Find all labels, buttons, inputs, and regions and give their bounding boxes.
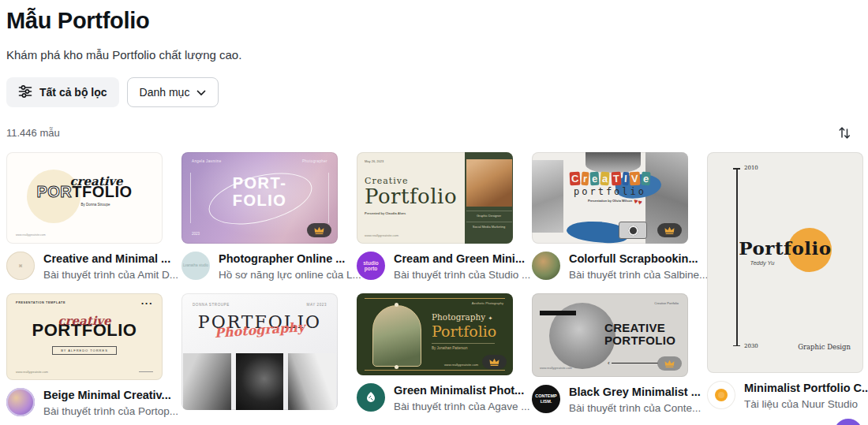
thumb-arch-photo [372,305,421,367]
thumb-byline-text: By Jonathan Patterson [432,343,495,350]
creator-avatar[interactable]: CONTEMP LISM. [532,385,560,413]
page-title: Mẫu Portfolio [6,8,862,34]
template-thumbnail-cream-green[interactable]: May 26, 2023 Creative Portfolio Presente… [357,152,513,244]
filter-bar: Tất cả bộ lọc Danh mục [6,77,862,107]
thumb-byline-text: By Donna Stroupe [28,203,163,207]
thumb-role-text: Graphic Designer [466,211,512,218]
template-title[interactable]: Green Minimalist Phot... [394,383,530,398]
template-byline: Bài thuyết trình của Agave ... [394,401,530,412]
creator-avatar[interactable] [532,252,560,280]
pro-badge [657,356,682,371]
thumb-topleft-text: Angela Jasmine [192,159,222,163]
timeline-year-top: 2010 [744,165,758,171]
thumb-main-word: CreaTIVe [532,171,688,185]
template-card-black-grey: Creative Portfolio CREATIVEPORTFOLIO ‹ w… [532,293,688,414]
thumb-label-text: PRESENTATION TEMPLATE [16,301,65,304]
photo-3 [288,353,336,410]
thumb-script-text: creative [6,314,163,328]
template-thumbnail-black-grey[interactable]: Creative Portfolio CREATIVEPORTFOLIO ‹ w… [532,293,688,377]
sun-icon [715,389,728,401]
thumb-role-text: Social Media Marketing [466,222,512,229]
thumb-url-text: www.reallygreatsite.com [16,233,46,237]
all-filters-label: Tất cả bộ lọc [39,86,107,99]
template-byline: Bài thuyết trình của Conte... [569,402,701,414]
crown-icon [489,358,499,366]
template-thumbnail-beige-minimal[interactable]: PRESENTATION TEMPLATE ... creative PORTF… [6,293,163,380]
template-byline: Bài thuyết trình của Amit D... [43,269,178,281]
sparkle-icon: ✦ [488,315,492,322]
thumb-main-word: CREATIVEPORTFOLIO [604,322,675,347]
template-thumbnail-green-minimalist[interactable]: Aesthetic Photography Photography ✦ Port… [357,293,513,375]
thumb-url-text: www.reallygreatsite.com [16,371,48,374]
thumb-topleft-text: DONNA STROUPE [193,303,230,307]
template-title[interactable]: Photographer Online ... [219,252,361,267]
photo-hand [586,152,641,173]
thumb-byline-box: BY ALFREDO TORRES [52,346,117,355]
pro-badge [307,223,331,237]
thumb-dots: ... [141,295,153,307]
creator-avatar[interactable]: Lvanatha studio [181,252,210,280]
category-dropdown[interactable]: Danh mục [127,77,219,107]
leaf-icon [365,391,377,404]
thumb-url-text: www.reallygreatsite.com [365,233,398,237]
template-title[interactable]: Black Grey Minimalist ... [569,385,701,400]
creator-avatar[interactable] [357,383,385,412]
creator-avatar[interactable]: studio porto [357,252,385,280]
template-card-portfolio-photography: DONNA STROUPE MAY 2023 PORTFOLIO Photogr… [181,293,338,410]
creator-avatar[interactable] [6,388,35,416]
thumb-byline-text: Presented by Claudia Alves [365,211,457,215]
thumb-url-text: www.reallygreatsite.com [540,367,572,370]
template-thumbnail-portfolio-photography[interactable]: DONNA STROUPE MAY 2023 PORTFOLIO Photogr… [181,293,338,410]
timeline-year-bottom: 2030 [744,343,758,349]
template-title[interactable]: Minimalist Portfolio C... [744,381,868,396]
thumb-topright-text: Photographer [302,159,327,163]
crown-icon [664,226,675,234]
thumb-main-word: Portfolio [432,322,507,340]
all-filters-button[interactable]: Tất cả bộ lọc [6,77,119,107]
thumb-byline-text: Presentation by Olivia Wilson [532,199,688,203]
thumb-footer-text: Graphic Design [798,343,851,351]
thumb-photo-strip [181,353,338,410]
thumb-small-word: Photography ✦ [432,312,507,322]
template-card-minimalist-portfolio: 2010 2030 Portfolio Teddy Yu Graphic Des… [707,152,863,410]
black-bar-decoration [540,311,576,315]
template-byline: Bài thuyết trình của Salbine... [569,269,708,281]
template-title[interactable]: Colorfull Scrapbookin... [569,252,708,267]
template-title[interactable]: Beige Minimal Creativ... [43,388,178,403]
template-byline: Hồ sơ năng lực online của L... [219,269,361,281]
template-title[interactable]: Cream and Green Mini... [394,252,530,267]
photo-2 [236,353,284,410]
thumb-main-word: PORTFOLIO [6,183,163,201]
thumb-portrait-photo [466,159,512,207]
results-bar: 11.446 mẫu [6,125,862,140]
template-card-cream-green: May 26, 2023 Creative Portfolio Presente… [357,152,513,281]
thumb-topright-text: MAY 2023 [307,303,327,307]
thumb-main-word: Portfolio [707,237,863,259]
thumb-author-name: Teddy Yu [707,259,817,267]
template-byline: Bài thuyết trình của Portop... [43,405,178,417]
results-count: 11.446 mẫu [6,127,60,139]
template-byline: Tài liệu của Nuur Studio [744,398,868,410]
filter-sliders-icon [18,84,32,101]
thumb-main-word: Portfolio [365,185,457,208]
arrow-decoration: ‹ [608,360,658,367]
crown-icon [314,226,324,234]
thumb-url-text: www.reallygreatsite.com [444,363,478,367]
template-thumbnail-minimalist-portfolio[interactable]: 2010 2030 Portfolio Teddy Yu Graphic Des… [707,152,863,373]
template-thumbnail-creative-minimal[interactable]: creative PORTFOLIO By Donna Stroupe www.… [6,152,163,244]
sort-icon[interactable] [836,125,852,140]
template-byline: Bài thuyết trình của Studio ... [394,269,530,281]
template-card-scrapbooking: ♥♥ CreaTIVe portfolio Presentation by Ol… [532,152,688,281]
photo-1 [183,353,231,410]
creator-avatar[interactable] [707,381,735,409]
template-thumbnail-photographer-online[interactable]: Angela Jasmine Photographer PORT-FOLIO 2… [181,152,338,244]
template-grid: creative PORTFOLIO By Donna Stroupe www.… [6,152,862,425]
thumb-topright-text: Creative Portfolio [654,301,679,305]
portfolio-templates-page: Mẫu Portfolio Khám phá kho mẫu Portfolio… [0,0,868,425]
thumb-topright-text: Aesthetic Photography [472,301,503,305]
template-thumbnail-scrapbooking[interactable]: ♥♥ CreaTIVe portfolio Presentation by Ol… [532,152,688,244]
template-title[interactable]: Creative and Minimal ... [43,252,178,267]
creator-avatar[interactable]: ⌘ [6,252,35,280]
camera-photo [619,222,647,239]
pro-badge [657,223,682,237]
